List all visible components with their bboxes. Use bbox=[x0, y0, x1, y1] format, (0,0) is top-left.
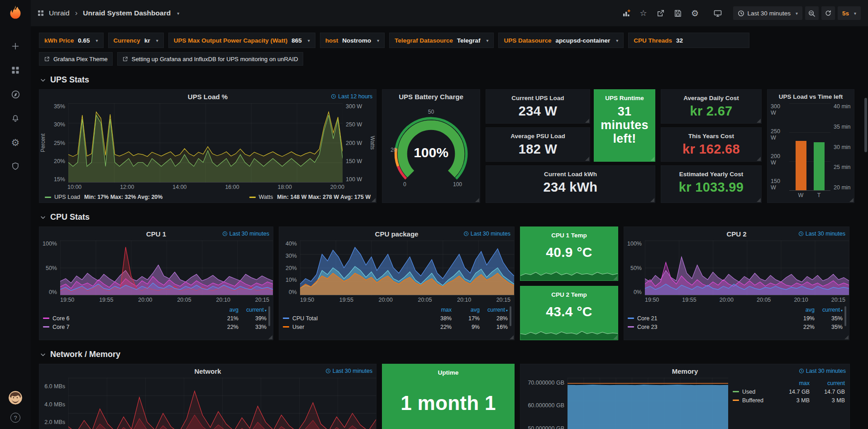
clock-icon bbox=[738, 10, 744, 17]
breadcrumb-org[interactable]: Unraid bbox=[49, 9, 70, 17]
sidebar-item-explore[interactable] bbox=[10, 88, 21, 100]
stat-panel-uptime: Uptime 1 month 1 bbox=[382, 364, 515, 429]
variable-currency[interactable]: Currencykr▾ bbox=[108, 33, 164, 48]
stat-value: 40.9 °C bbox=[520, 245, 618, 260]
legend-series[interactable]: Core 23 bbox=[628, 324, 787, 330]
battery-gauge[interactable]: 100% 0 50 100 20 bbox=[387, 105, 475, 198]
ups-load-chart[interactable] bbox=[68, 103, 343, 183]
panel-resize-handle[interactable] bbox=[650, 198, 654, 202]
memory-chart[interactable] bbox=[568, 378, 728, 429]
page-scrollbar[interactable] bbox=[864, 98, 867, 152]
legend-series[interactable]: CPU Total bbox=[283, 315, 424, 322]
panel-time-override[interactable]: Last 30 minutes bbox=[463, 231, 510, 237]
panel-cpu-1: CPU 1 Last 30 minutes 100%50%0% 19:5019:… bbox=[39, 227, 273, 340]
legend-scrollbar[interactable] bbox=[510, 306, 511, 326]
panel-resize-handle[interactable] bbox=[268, 335, 272, 339]
legend-series[interactable]: Core 21 bbox=[628, 315, 787, 322]
cpu-package-chart[interactable] bbox=[300, 241, 514, 295]
navbar-actions: ☆ ⚙ Last 30 minutes ▾ bbox=[619, 6, 861, 20]
section-cpu-stats[interactable]: CPU Stats bbox=[40, 212, 859, 222]
panel-resize-handle[interactable] bbox=[849, 198, 854, 202]
network-memory-row: Network Last 30 minutes 6.0 MBs 4.0 MBs … bbox=[39, 364, 859, 429]
panel-resize-handle[interactable] bbox=[585, 119, 589, 123]
cycle-view-mode-button[interactable] bbox=[711, 6, 725, 20]
variable-telegraf-datasource[interactable]: Telegraf DatasourceTelegraf▾ bbox=[389, 33, 494, 48]
grafana-logo[interactable] bbox=[5, 3, 25, 23]
legend-row: User 22% 9% 16% bbox=[283, 323, 508, 331]
legend-series[interactable]: User bbox=[283, 324, 424, 330]
variable-cpu-threads[interactable]: CPU Threads32 bbox=[628, 33, 749, 48]
stat-value: kr 162.68 bbox=[661, 142, 761, 157]
legend-series[interactable]: Core 6 bbox=[43, 315, 210, 322]
x-axis-labels: 19:5019:5520:0020:0520:1020:15 bbox=[60, 295, 269, 304]
variable-ups-max-output[interactable]: UPS Max Output Power Capacity (Watt)865▾ bbox=[168, 33, 315, 48]
user-avatar[interactable] bbox=[9, 391, 22, 405]
caret-down-icon[interactable]: ▾ bbox=[177, 11, 179, 16]
panel-resize-handle[interactable] bbox=[372, 198, 376, 202]
panel-resize-handle[interactable] bbox=[475, 198, 479, 202]
legend-scrollbar[interactable] bbox=[268, 306, 270, 326]
cpu-threads-input[interactable]: 32 bbox=[676, 37, 744, 44]
variable-kwh-price[interactable]: kWh Price0.65▾ bbox=[39, 33, 104, 48]
sidebar-item-configuration[interactable]: ⚙ bbox=[10, 136, 21, 148]
legend-series[interactable]: Buffered bbox=[733, 397, 774, 404]
link-ups-monitoring-guide[interactable]: Setting up Grafana and InfluxDB for UPS … bbox=[117, 52, 303, 66]
sidebar-item-server-admin[interactable] bbox=[10, 160, 21, 172]
stat-value: 234 W bbox=[486, 104, 590, 119]
panel-resize-handle[interactable] bbox=[650, 157, 654, 161]
panel-resize-handle[interactable] bbox=[844, 335, 849, 339]
bar-time-left[interactable] bbox=[814, 142, 825, 190]
panel-resize-handle[interactable] bbox=[510, 335, 514, 339]
dashboard-content: kWh Price0.65▾ Currencykr▾ UPS Max Outpu… bbox=[31, 26, 868, 429]
legend-row: Core 6 21% 39% bbox=[43, 314, 267, 323]
panel-title[interactable]: UPS Battery Charge bbox=[399, 93, 463, 101]
dashboard-title[interactable]: Unraid System Dashboard bbox=[83, 9, 171, 17]
variable-host[interactable]: hostNostromo▾ bbox=[320, 33, 385, 48]
panel-time-override[interactable]: Last 30 minutes bbox=[222, 231, 269, 237]
caret-down-icon: ▾ bbox=[486, 38, 488, 43]
network-chart[interactable] bbox=[68, 378, 376, 429]
legend-item-watts[interactable]: WattsMin: 148 W Max: 278 W Avg: 175 W bbox=[249, 194, 371, 200]
share-dashboard-button[interactable] bbox=[653, 6, 668, 20]
ups-bar-chart[interactable] bbox=[789, 103, 830, 191]
section-ups-stats[interactable]: UPS Stats bbox=[40, 75, 859, 85]
cpu2-chart[interactable] bbox=[645, 241, 849, 295]
panel-resize-handle[interactable] bbox=[585, 157, 589, 161]
refresh-interval-picker[interactable]: 5s ▾ bbox=[838, 6, 861, 20]
add-panel-button[interactable] bbox=[619, 6, 634, 20]
save-dashboard-button[interactable] bbox=[671, 6, 685, 20]
panel-time-override[interactable]: Last 30 minutes bbox=[325, 368, 372, 374]
cpu1-chart[interactable] bbox=[60, 241, 273, 295]
sidebar-item-alerting[interactable] bbox=[10, 112, 21, 124]
legend-series[interactable]: Core 7 bbox=[43, 324, 210, 330]
panel-resize-handle[interactable] bbox=[613, 276, 617, 280]
variable-ups-datasource[interactable]: UPS Datasourceapcupsd-container▾ bbox=[498, 33, 624, 48]
panel-resize-handle[interactable] bbox=[757, 157, 761, 161]
bar-watts[interactable] bbox=[796, 141, 806, 190]
stat-panel-current-ups-load: Current UPS Load 234 W bbox=[486, 89, 590, 124]
legend-series[interactable]: Used bbox=[733, 389, 774, 395]
panel-time-override[interactable]: Last 30 minutes bbox=[798, 231, 845, 237]
dashboard-settings-button[interactable]: ⚙ bbox=[688, 6, 702, 20]
cpu-temp-column: CPU 1 Temp 40.9 °C CPU 2 Temp 43.4 °C bbox=[520, 227, 618, 340]
panel-resize-handle[interactable] bbox=[757, 119, 761, 123]
panel-resize-handle[interactable] bbox=[613, 335, 617, 339]
panel-resize-handle[interactable] bbox=[757, 198, 761, 202]
sidebar-item-create[interactable] bbox=[10, 40, 21, 52]
legend-scrollbar[interactable] bbox=[844, 306, 846, 326]
panel-title[interactable]: UPS Load % bbox=[188, 93, 228, 101]
link-grafana-plex-theme[interactable]: Grafana Plex Theme bbox=[39, 52, 113, 66]
sidebar-item-dashboards[interactable] bbox=[10, 64, 21, 76]
time-range-picker[interactable]: Last 30 minutes ▾ bbox=[733, 6, 802, 20]
help-menu[interactable]: ? bbox=[10, 413, 20, 423]
legend-item-ups-load[interactable]: UPS LoadMin: 17% Max: 32% Avg: 20% bbox=[45, 194, 162, 200]
legend-row: Core 21 19% 35% bbox=[628, 314, 843, 323]
panel-time-override[interactable]: Last 12 hours bbox=[331, 93, 372, 100]
refresh-button[interactable] bbox=[821, 6, 835, 20]
zoom-out-button[interactable] bbox=[805, 6, 819, 20]
mark-favorite-button[interactable]: ☆ bbox=[636, 6, 651, 20]
panel-time-override[interactable]: Last 30 minutes bbox=[799, 368, 846, 374]
chevron-down-icon bbox=[40, 77, 46, 83]
sort-caret-icon: ▾ bbox=[841, 308, 843, 313]
section-network-memory[interactable]: Network / Memory bbox=[40, 350, 859, 359]
